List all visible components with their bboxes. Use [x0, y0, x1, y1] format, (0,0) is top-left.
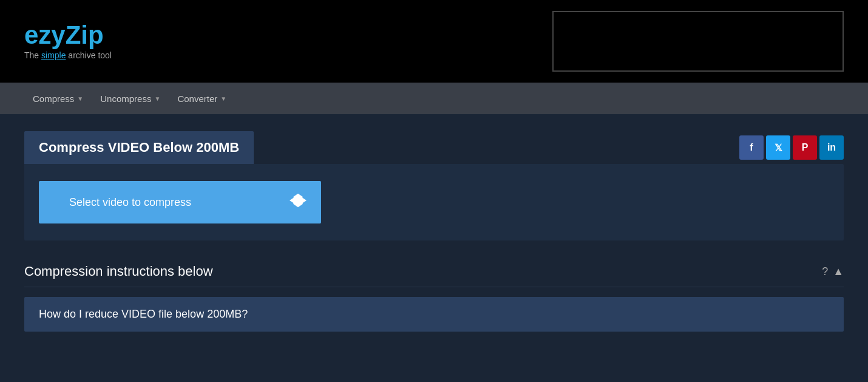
tagline-prefix: The — [24, 50, 41, 60]
dropbox-icon — [290, 192, 307, 213]
logo-area: ezyZip The simple archive tool — [24, 22, 112, 60]
logo[interactable]: ezyZip — [24, 22, 112, 48]
title-bar: Compress VIDEO Below 200MB f 𝕏 P in — [24, 131, 844, 164]
tagline-suffix: archive tool — [66, 50, 111, 60]
converter-arrow-icon: ▼ — [220, 95, 226, 102]
question-mark-icon[interactable]: ? — [822, 265, 828, 278]
pinterest-icon: P — [802, 142, 809, 153]
logo-prefix: ezy — [24, 21, 66, 49]
uncompress-arrow-icon: ▼ — [154, 95, 160, 102]
nav-uncompress-label: Uncompress — [100, 94, 151, 104]
select-button-label: Select video to compress — [69, 196, 191, 209]
main-content: Compress VIDEO Below 200MB f 𝕏 P in Sele… — [0, 114, 868, 349]
nav: Compress ▼ Uncompress ▼ Converter ▼ — [0, 83, 868, 114]
faq-box: How do I reduce VIDEO file below 200MB? — [24, 297, 844, 332]
ad-banner — [552, 11, 844, 72]
linkedin-icon: in — [827, 142, 836, 153]
nav-converter-label: Converter — [177, 94, 217, 104]
nav-compress-label: Compress — [33, 94, 74, 104]
social-buttons: f 𝕏 P in — [739, 131, 844, 164]
nav-uncompress[interactable]: Uncompress ▼ — [92, 84, 169, 114]
page-title: Compress VIDEO Below 200MB — [24, 131, 254, 164]
select-video-button[interactable]: Select video to compress — [39, 181, 321, 223]
faq-title: How do I reduce VIDEO file below 200MB? — [39, 308, 829, 321]
facebook-button[interactable]: f — [739, 135, 764, 160]
collapse-icon[interactable]: ▲ — [833, 265, 844, 278]
tagline-em: simple — [41, 50, 66, 60]
nav-compress[interactable]: Compress ▼ — [24, 84, 92, 114]
twitter-icon: 𝕏 — [775, 142, 782, 154]
facebook-icon: f — [750, 142, 753, 153]
header: ezyZip The simple archive tool — [0, 0, 868, 83]
upload-container: Select video to compress — [24, 164, 844, 240]
linkedin-button[interactable]: in — [819, 135, 844, 160]
instructions-controls: ? ▲ — [822, 265, 844, 278]
pinterest-button[interactable]: P — [793, 135, 817, 160]
twitter-button[interactable]: 𝕏 — [766, 135, 790, 160]
instructions-title: Compression instructions below — [24, 264, 213, 279]
logo-tagline: The simple archive tool — [24, 50, 112, 60]
logo-highlight: Zip — [66, 21, 104, 49]
instructions-bar: Compression instructions below ? ▲ — [24, 251, 844, 287]
nav-converter[interactable]: Converter ▼ — [169, 84, 235, 114]
compress-arrow-icon: ▼ — [77, 95, 83, 102]
